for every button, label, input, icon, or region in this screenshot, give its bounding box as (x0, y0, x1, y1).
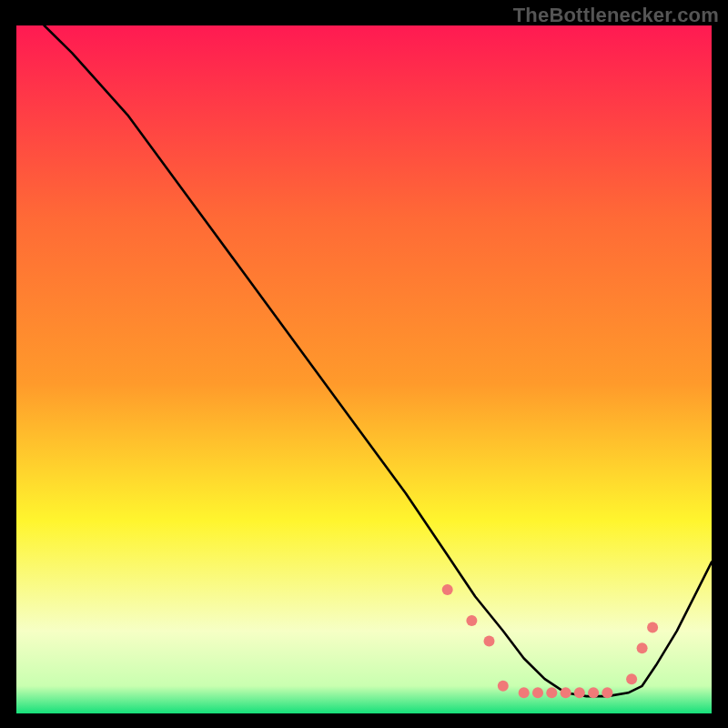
highlight-point (637, 642, 648, 653)
plot-area (16, 25, 712, 713)
highlight-point (442, 584, 453, 595)
highlight-point (602, 687, 612, 698)
chart-svg (16, 25, 712, 713)
highlight-point (466, 615, 477, 626)
highlight-point (561, 687, 571, 698)
highlight-point (626, 673, 637, 684)
watermark-text: TheBottlenecker.com (513, 4, 719, 27)
highlight-point (588, 687, 599, 698)
gradient-background (16, 25, 712, 713)
chart-frame: TheBottlenecker.com (0, 0, 728, 728)
highlight-point (546, 687, 557, 698)
highlight-point (532, 687, 543, 698)
highlight-point (519, 687, 530, 698)
highlight-point (484, 636, 495, 647)
highlight-point (574, 687, 585, 698)
highlight-point (498, 681, 509, 692)
highlight-point (647, 622, 658, 633)
